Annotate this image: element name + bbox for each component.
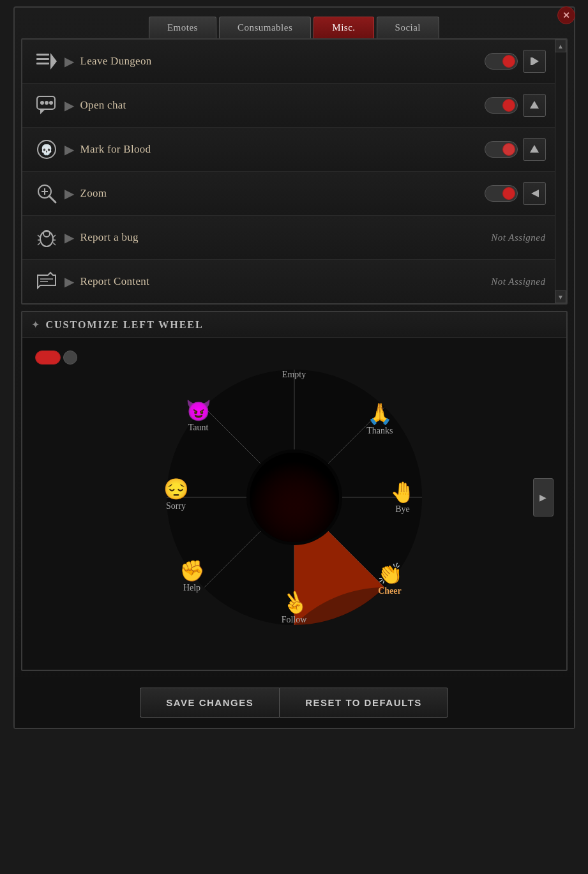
leave-dungeon-icon [31,46,62,77]
svg-line-26 [38,243,40,245]
wheel-body: Empty 🙏 Thanks 🤚 Bye 👏 [22,338,566,670]
wheel-svg: Empty 🙏 Thanks 🤚 Bye 👏 [160,363,428,631]
toggle-knob-2 [502,99,515,112]
svg-marker-7 [40,109,45,114]
svg-text:💀: 💀 [40,144,53,156]
scroll-up[interactable]: ▲ [555,40,566,52]
open-chat-label: Open chat [80,99,485,112]
svg-line-22 [38,235,40,237]
close-button[interactable]: ✕ [557,6,575,24]
save-changes-button[interactable]: SAVE CHANGES [140,688,279,718]
open-chat-key[interactable] [523,94,546,117]
zoom-toggle[interactable] [485,185,518,202]
report-content-binding: Not Assigned [491,276,545,287]
wheel-icon: ✦ [31,319,40,331]
svg-marker-11 [530,101,539,109]
action-leave-dungeon: ▶ Leave Dungeon [22,40,555,84]
svg-rect-9 [45,101,49,105]
separator-2: ▶ [64,98,74,113]
report-content-not-assigned: Not Assigned [491,276,545,287]
separator-5: ▶ [64,230,74,245]
tab-emotes[interactable]: Emotes [149,17,216,38]
action-mark-blood: 💀 ▶ Mark for Blood [22,128,555,172]
report-bug-icon [31,222,62,253]
wheel-next-button[interactable]: ▶ [533,478,554,516]
reset-defaults-button[interactable]: RESET TO DEFAULTS [279,688,448,718]
svg-point-20 [40,231,53,246]
svg-rect-10 [49,101,53,105]
svg-line-16 [49,196,56,202]
toggle-knob [502,55,515,68]
wheel-section: ✦ CUSTOMIZE LEFT WHEEL [21,311,568,671]
svg-rect-0 [36,54,49,56]
wheel-item-cheer[interactable]: 👏 Cheer [377,562,403,596]
report-bug-label: Report a bug [80,231,492,244]
tabs-bar: Emotes Consumables Misc. Social [15,8,574,38]
action-open-chat: ▶ Open chat [22,84,555,128]
leave-dungeon-key[interactable] [523,50,546,73]
toggle-knob-4 [502,187,515,200]
main-container: ✕ Emotes Consumables Misc. Social ▲ ▼ ▶ [13,6,575,729]
svg-line-23 [53,235,56,237]
wheel-header: ✦ CUSTOMIZE LEFT WHEEL [22,312,566,338]
zoom-label: Zoom [80,187,485,200]
scroll-track: ▲ ▼ [555,40,566,303]
action-report-bug: ▶ Report a bug Not Assigned [22,216,555,260]
open-chat-toggle[interactable] [485,97,518,114]
svg-marker-19 [531,190,539,197]
svg-rect-2 [36,63,49,64]
wheel-item-bye[interactable]: 🤚 Bye [390,480,416,515]
action-zoom: ▶ Zoom [22,172,555,216]
wheel-item-help[interactable]: ✊ Help [179,559,205,593]
wheel-item-sorry[interactable]: 😔 Sorry [163,477,189,511]
mark-blood-icon: 💀 [31,134,62,165]
tab-social[interactable]: Social [377,17,440,38]
svg-marker-14 [530,145,539,153]
actions-list: ▲ ▼ ▶ Leave Dungeon [21,38,568,305]
mark-blood-toggle[interactable] [485,141,518,158]
wheel-title: CUSTOMIZE LEFT WHEEL [46,319,204,331]
separator-1: ▶ [64,54,74,69]
mark-blood-label: Mark for Blood [80,143,485,156]
zoom-key[interactable] [523,182,546,205]
open-chat-icon [31,90,62,121]
leave-dungeon-toggle[interactable] [485,53,518,70]
wheel-item-empty[interactable]: Empty [282,370,306,380]
mark-blood-key[interactable] [523,138,546,161]
wheel-diagram: Empty 🙏 Thanks 🤚 Bye 👏 [35,350,554,644]
action-report-content: ▶ Report Content Not Assigned [22,260,555,303]
leave-dungeon-binding [485,50,546,73]
svg-marker-4 [532,57,539,65]
svg-point-41 [250,453,339,542]
wheel-item-taunt[interactable]: 😈 Taunt [186,398,211,433]
svg-rect-8 [40,101,44,105]
report-bug-not-assigned: Not Assigned [491,232,545,243]
toggle-knob-3 [502,143,515,156]
svg-rect-5 [531,57,532,65]
wheel-item-thanks[interactable]: 🙏 Thanks [366,402,393,436]
svg-line-27 [53,243,56,245]
mark-blood-binding [485,138,546,161]
bottom-bar: SAVE CHANGES RESET TO DEFAULTS [15,677,574,728]
wheel-item-follow[interactable]: ✌ Follow [282,591,307,625]
tab-consumables[interactable]: Consumables [219,17,311,38]
zoom-binding [485,182,546,205]
separator-6: ▶ [64,274,74,289]
report-content-label: Report Content [80,275,492,288]
report-content-icon [31,266,62,297]
separator-3: ▶ [64,142,74,157]
tab-misc[interactable]: Misc. [313,17,373,38]
zoom-icon [31,178,62,209]
open-chat-binding [485,94,546,117]
leave-dungeon-label: Leave Dungeon [80,55,485,68]
svg-rect-1 [36,58,49,60]
separator-4: ▶ [64,186,74,201]
svg-marker-3 [50,53,57,70]
report-bug-binding: Not Assigned [491,232,545,243]
scroll-down[interactable]: ▼ [555,290,566,303]
